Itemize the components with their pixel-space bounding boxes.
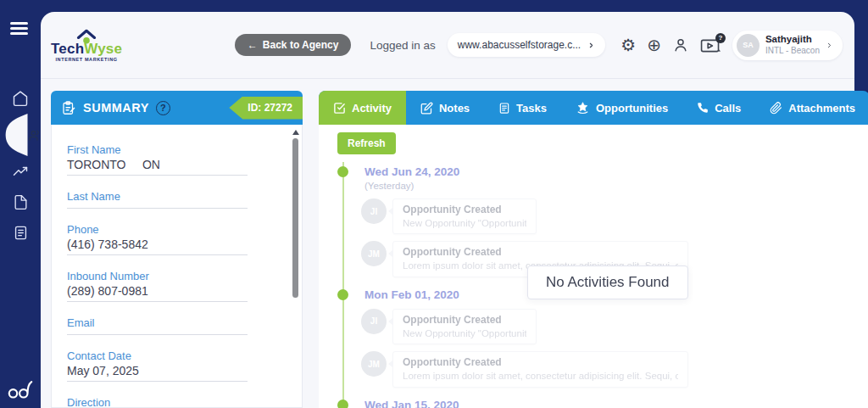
refresh-button[interactable]: Refresh: [337, 132, 396, 154]
help-badge: ?: [715, 33, 726, 43]
summary-panel: SUMMARY ? ID: 27272 First Name TORONTO O…: [51, 91, 303, 408]
tab-activity[interactable]: Activity: [319, 91, 406, 125]
tab-bar: Activity Notes Tasks Opportunities Calls: [319, 91, 868, 125]
content-area: SUMMARY ? ID: 27272 First Name TORONTO O…: [41, 79, 854, 408]
tab-tasks[interactable]: Tasks: [484, 91, 561, 125]
sidebar-item-reports[interactable]: [0, 156, 41, 187]
tab-notes[interactable]: Notes: [406, 91, 484, 125]
settings-gear-icon[interactable]: ⚙: [620, 36, 636, 53]
summary-title: SUMMARY: [83, 101, 149, 115]
timeline-group: Wed Jan 15, 2020 JI Email Replied New Op…: [337, 399, 868, 408]
file-text-icon: [13, 225, 29, 241]
scrollbar-thumb[interactable]: [292, 138, 298, 298]
main-card: TechWyse INTERNET MARKETING ← Back to Ag…: [41, 12, 854, 408]
activity-timeline: Refresh No Activities Found Wed Jun 24, …: [319, 125, 868, 408]
active-item-background: [0, 114, 28, 156]
sidebar-nav: [0, 83, 41, 248]
video-help-icon[interactable]: ?: [700, 37, 721, 53]
contact-date-input[interactable]: May 07, 2025: [67, 364, 248, 382]
account-url: www.abacusselfstorage.c...: [458, 39, 581, 51]
summary-help-icon[interactable]: ?: [156, 101, 170, 115]
contacts-icon: [28, 126, 42, 144]
field-direction: Direction: [67, 396, 248, 408]
first-name-input[interactable]: TORONTO ON: [67, 158, 248, 176]
last-name-input[interactable]: [67, 204, 248, 209]
logo-title: TechWyse: [51, 42, 122, 56]
user-icon[interactable]: [672, 36, 689, 53]
group-note: (Yesterday): [364, 181, 868, 191]
tab-calls[interactable]: Calls: [682, 91, 755, 125]
notes-icon: [420, 102, 433, 115]
home-icon: [12, 90, 29, 107]
sidebar-item-home[interactable]: [0, 83, 41, 114]
paperclip-icon: [770, 102, 782, 115]
chevron-right-icon: [826, 41, 833, 50]
back-arrow-icon: ←: [248, 39, 258, 51]
sidebar-item-documents[interactable]: [0, 187, 41, 217]
topbar-icons: ⚙ ⊕ ?: [620, 36, 721, 53]
logged-in-as-label: Logged in as: [370, 39, 435, 52]
field-inbound-number: Inbound Number (289) 807-0981: [67, 270, 248, 302]
timeline-dot: [337, 289, 348, 300]
timeline-group: Mon Feb 01, 2020 JI Opportunity Created …: [337, 288, 868, 388]
timeline-dot: [337, 400, 348, 408]
techwyse-logo: TechWyse INTERNET MARKETING: [51, 28, 122, 63]
phone-icon: [697, 102, 709, 114]
activity-entry[interactable]: JM Opportunity Created Lorem ipsum dolor…: [361, 351, 868, 387]
sidebar-item-notes[interactable]: [0, 217, 41, 248]
no-activities-message: No Activities Found: [527, 265, 688, 299]
entry-avatar: JI: [361, 309, 387, 334]
timeline-group: Wed Jun 24, 2020 (Yesterday) JI Opportun…: [337, 165, 868, 277]
menu-hamburger-icon[interactable]: [10, 22, 28, 35]
chevron-right-icon: [587, 42, 595, 49]
field-phone: Phone (416) 738-5842: [67, 223, 248, 255]
top-bar: TechWyse INTERNET MARKETING ← Back to Ag…: [41, 12, 854, 78]
summary-body: First Name TORONTO ON Last Name Phone (4…: [51, 125, 303, 408]
group-date: Wed Jun 24, 2020: [364, 165, 868, 178]
sidebar-item-contacts[interactable]: [0, 114, 41, 156]
entry-avatar: JM: [361, 351, 387, 377]
activity-entry[interactable]: JI Opportunity Created New Opportunity "…: [361, 198, 868, 234]
summary-header: SUMMARY ? ID: 27272: [51, 91, 303, 125]
check-square-icon: [333, 102, 346, 115]
entry-avatar: JI: [361, 198, 387, 224]
entry-avatar: JM: [361, 241, 387, 266]
opportunities-icon: [576, 101, 590, 115]
tasks-icon: [498, 102, 510, 115]
clipboard-edit-icon: [61, 100, 76, 116]
field-first-name: First Name TORONTO ON: [67, 143, 248, 176]
email-input[interactable]: [67, 331, 248, 335]
user-avatar: SA: [737, 34, 760, 57]
account-selector[interactable]: www.abacusselfstorage.c...: [448, 33, 605, 57]
field-contact-date: Contact Date May 07, 2025: [67, 349, 248, 382]
activity-panel: Activity Notes Tasks Opportunities Calls: [319, 91, 868, 408]
field-email: Email: [67, 316, 248, 335]
left-sidebar: [0, 0, 41, 408]
group-date: Wed Jan 15, 2020: [364, 399, 868, 408]
user-name: Sathyajith: [765, 34, 820, 46]
record-id-badge: ID: 27272: [229, 97, 303, 120]
phone-input[interactable]: (416) 738-5842: [67, 238, 248, 255]
logo-subtitle: INTERNET MARKETING: [55, 58, 117, 63]
beacon-logo: [6, 379, 35, 401]
inbound-number-input[interactable]: (289) 807-0981: [67, 284, 248, 302]
user-org: INTL - Beacon: [765, 46, 820, 56]
chart-icon: [12, 163, 29, 180]
timeline-dot: [337, 166, 348, 177]
summary-scrollbar[interactable]: [291, 127, 300, 405]
tab-opportunities[interactable]: Opportunities: [561, 91, 682, 125]
scroll-up-icon[interactable]: [292, 130, 299, 135]
activity-entry[interactable]: JI Opportunity Created New Opportunity "…: [361, 309, 868, 344]
field-last-name: Last Name: [67, 190, 248, 209]
add-plus-icon[interactable]: ⊕: [647, 36, 661, 53]
tab-attachments[interactable]: Attachments: [755, 91, 868, 125]
user-menu[interactable]: SA Sathyajith INTL - Beacon: [732, 31, 843, 60]
document-icon: [13, 194, 29, 210]
back-to-agency-button[interactable]: ← Back to Agency: [235, 34, 352, 56]
